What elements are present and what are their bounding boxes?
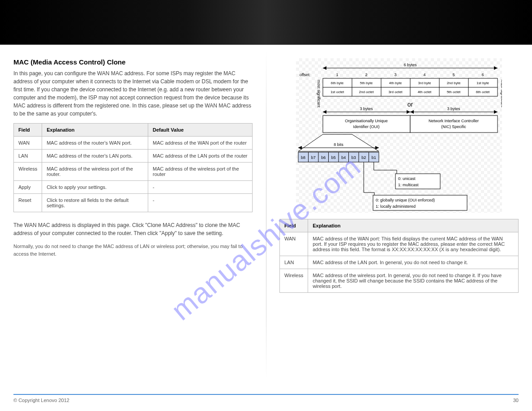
cell-field: LAN (14, 150, 42, 163)
cell-default: MAC address of the WAN port of the route… (148, 137, 252, 150)
svg-text:b8: b8 (301, 155, 305, 160)
offset-label: offset: (300, 73, 310, 77)
eight-bits-label: 8 bits (334, 142, 343, 147)
svg-text:2nd byte: 2nd byte (447, 81, 461, 85)
six-bytes-label: 6 bytes (403, 63, 417, 67)
after-table-paragraph: The WAN MAC address is displayed in this… (13, 221, 253, 237)
table-row: Reset Click to restore all fields to the… (14, 194, 253, 212)
intro-paragraph: In this page, you can configure the WAN … (13, 69, 253, 118)
table-row: WAN MAC address of the WAN port: This fi… (280, 232, 519, 256)
svg-text:b5: b5 (331, 155, 336, 160)
svg-text:b6: b6 (321, 155, 326, 160)
cell-default: - (148, 181, 252, 194)
cell-explain: MAC address of the wireless port of the … (42, 163, 148, 181)
table-row: Apply Click to apply your settings. - (14, 181, 253, 194)
table-row: WAN MAC address of the router's WAN port… (14, 137, 253, 150)
svg-marker-1 (323, 66, 326, 70)
svg-text:6th octet: 6th octet (476, 90, 490, 94)
th-explain: Explanation (308, 219, 519, 232)
svg-text:Network Interface Controller: Network Interface Controller (429, 119, 479, 123)
bits-row: b8 b7 b6 b5 b4 b3 b2 b1 (298, 152, 379, 162)
cell-explain: Click to restore all fields to the defau… (42, 194, 148, 212)
least-significant-label: least significant (500, 80, 502, 107)
svg-text:3 bytes: 3 bytes (360, 107, 373, 111)
section-title: MAC (Media Access Control) Clone (13, 58, 253, 66)
svg-text:b4: b4 (341, 155, 346, 160)
footer: © Copyright Lenovo 2012 30 (13, 394, 519, 403)
svg-text:2nd octet: 2nd octet (359, 90, 374, 94)
cell-explain: MAC address of the WAN port: This field … (308, 232, 519, 256)
offset-2: 2 (365, 73, 367, 77)
cell-explain: MAC address of the LAN port. In general,… (308, 256, 519, 269)
svg-text:b7: b7 (311, 155, 316, 160)
bytes-grid: 6th byte 5th byte 4th byte 3rd byte 2nd … (323, 78, 498, 96)
offset-6: 6 (481, 73, 484, 77)
or-label: or (408, 101, 413, 108)
mac-diagram: 6 bytes offset: 1 2 3 4 5 6 (296, 58, 502, 213)
footer-page-number: 30 (513, 398, 519, 403)
svg-rect-31 (410, 116, 498, 133)
svg-marker-38 (298, 146, 302, 150)
svg-text:6th byte: 6th byte (331, 81, 344, 85)
unicast-label-0: 0: unicast (398, 176, 416, 181)
svg-text:Organisationally Unique: Organisationally Unique (345, 119, 388, 123)
svg-rect-30 (323, 116, 410, 133)
svg-marker-27 (494, 110, 498, 114)
cell-explain: MAC address of the router's LAN ports. (42, 150, 148, 163)
cell-field: Apply (14, 181, 42, 194)
cell-field: WAN (14, 137, 42, 150)
th-field: Field (14, 124, 42, 137)
mac-fields-table: Field Explanation Default Value WAN MAC … (13, 123, 253, 212)
svg-text:b1: b1 (372, 155, 376, 160)
th-default: Default Value (148, 124, 252, 137)
cell-default: - (148, 194, 252, 212)
right-column: 6 bytes offset: 1 2 3 4 5 6 (275, 58, 519, 302)
svg-marker-26 (410, 110, 414, 114)
svg-text:3rd byte: 3rd byte (418, 81, 431, 85)
offset-1: 1 (336, 73, 338, 77)
svg-marker-39 (375, 146, 379, 150)
svg-marker-23 (323, 110, 326, 114)
footer-copyright: © Copyright Lenovo 2012 (13, 398, 69, 403)
svg-text:4th byte: 4th byte (389, 81, 402, 85)
cell-default: MAC address of the wireless port of the … (148, 163, 252, 181)
th-explain: Explanation (42, 124, 148, 137)
table-row: Wireless MAC address of the wireless por… (280, 269, 519, 293)
svg-text:3 bytes: 3 bytes (447, 107, 460, 111)
svg-marker-24 (407, 110, 410, 114)
left-column: MAC (Media Access Control) Clone In this… (13, 58, 257, 302)
th-field: Field (280, 219, 308, 232)
table-row: LAN MAC address of the LAN port. In gene… (280, 256, 519, 269)
cell-field: LAN (280, 256, 308, 269)
svg-text:1st octet: 1st octet (330, 90, 344, 94)
svg-text:1st byte: 1st byte (476, 81, 489, 85)
svg-text:5th byte: 5th byte (360, 81, 373, 85)
cell-explain: MAC address of the wireless port. In gen… (308, 269, 519, 293)
svg-text:5th octet: 5th octet (447, 90, 461, 94)
svg-marker-2 (494, 66, 498, 70)
global-label-1: 1: locally administered (376, 204, 416, 209)
table-header-row: Field Explanation (280, 219, 519, 232)
offset-4: 4 (423, 73, 425, 77)
page-divider (266, 49, 266, 381)
mac-diagram-svg: 6 bytes offset: 1 2 3 4 5 6 (296, 58, 502, 213)
cell-field: WAN (280, 232, 308, 256)
most-significant-label: most significant (317, 80, 321, 108)
cell-default: MAC address of the LAN ports of the rout… (148, 150, 252, 163)
global-label-0: 0: globally unique (OUI enforced) (376, 198, 435, 202)
offset-5: 5 (452, 73, 455, 77)
svg-text:b2: b2 (361, 155, 366, 160)
svg-text:4th octet: 4th octet (418, 90, 432, 94)
unicast-label-1: 1: multicast (398, 183, 419, 187)
table-header-row: Field Explanation Default Value (14, 124, 253, 137)
svg-text:b3: b3 (352, 155, 356, 160)
cell-field: Reset (14, 194, 42, 212)
cell-field: Wireless (14, 163, 42, 181)
svg-text:(NIC) Specific: (NIC) Specific (441, 124, 466, 129)
svg-text:3rd octet: 3rd octet (388, 90, 403, 94)
table-row: Wireless MAC address of the wireless por… (14, 163, 253, 181)
offset-3: 3 (394, 73, 396, 77)
note-paragraph: Normally, you do not need to change the … (13, 243, 253, 257)
svg-text:Identifier (OUI): Identifier (OUI) (353, 124, 379, 129)
cell-explain: Click to apply your settings. (42, 181, 148, 194)
